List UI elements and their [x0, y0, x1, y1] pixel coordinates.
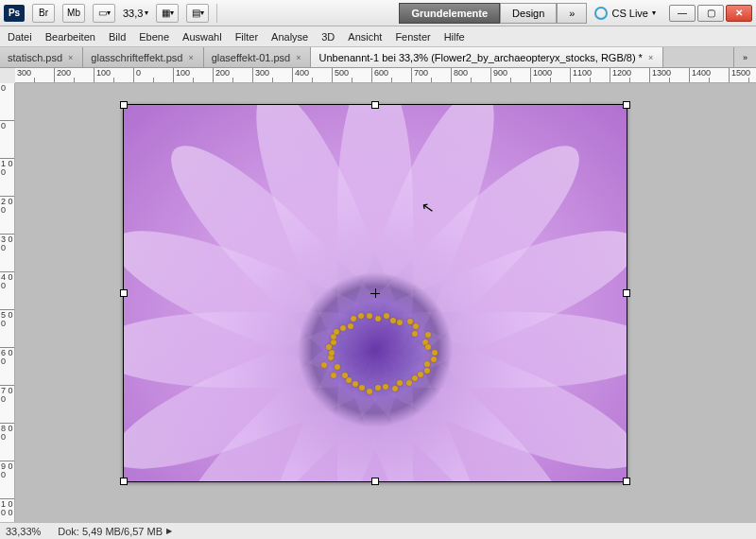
ruler-tick: 1100: [571, 68, 610, 82]
menu-ansicht[interactable]: Ansicht: [348, 31, 382, 43]
horizontal-ruler[interactable]: 3002001000100200300400500600700800900100…: [15, 68, 756, 83]
minimize-button[interactable]: —: [669, 5, 696, 22]
document-tabbar: statisch.psd× glasschrifteffekt.psd× gla…: [0, 47, 756, 68]
workspace-overflow[interactable]: »: [557, 3, 587, 24]
ruler-tick: 9 0 0: [0, 461, 14, 499]
ruler-tick: 800: [452, 68, 491, 82]
ruler-tick: 200: [214, 68, 253, 82]
app-logo: Ps: [4, 5, 25, 22]
document-tab[interactable]: glasschrifteffekt.psd×: [83, 47, 203, 67]
menu-3d[interactable]: 3D: [321, 31, 335, 43]
canvas-viewport[interactable]: ↖: [15, 83, 756, 522]
ruler-tick: 7 0 0: [0, 386, 14, 424]
titlebar: Ps Br Mb ▭▾ 33,3▾ ▦▾ ▤▾ Grundelemente De…: [0, 0, 756, 26]
ruler-tick: 3 0 0: [0, 235, 14, 272]
menu-hilfe[interactable]: Hilfe: [444, 31, 465, 43]
menu-bild[interactable]: Bild: [109, 31, 126, 43]
cs-live-icon: [594, 7, 608, 20]
close-button[interactable]: ✕: [726, 5, 752, 22]
close-icon[interactable]: ×: [296, 53, 301, 62]
ruler-tick: 100: [94, 68, 134, 82]
ruler-tick: 900: [491, 68, 531, 82]
canvas-image[interactable]: [123, 104, 627, 482]
ruler-tick: 1 0 0 0: [0, 499, 14, 522]
menu-analyse[interactable]: Analyse: [271, 31, 308, 43]
ruler-tick: 6 0 0: [0, 348, 14, 386]
tab-overflow-button[interactable]: »: [733, 47, 756, 67]
menu-bearbeiten[interactable]: Bearbeiten: [45, 31, 95, 43]
ruler-tick: 8 0 0: [0, 424, 14, 461]
ruler-tick: 400: [293, 68, 333, 82]
ruler-tick: 1300: [650, 68, 690, 82]
divider: [216, 4, 217, 23]
screen-mode-button[interactable]: ▭▾: [93, 4, 115, 23]
document-tab[interactable]: statisch.psd×: [0, 47, 83, 67]
ruler-tick: 1000: [531, 68, 571, 82]
extras-button[interactable]: ▤▾: [186, 4, 209, 23]
ruler-tick: 300: [15, 68, 55, 82]
ruler-tick: 600: [372, 68, 412, 82]
menu-auswahl[interactable]: Auswahl: [182, 31, 222, 43]
minibridge-button[interactable]: Mb: [62, 4, 85, 23]
menu-ebene[interactable]: Ebene: [139, 31, 169, 43]
ruler-tick: 1500: [730, 68, 756, 82]
cs-live-button[interactable]: CS Live▾: [587, 7, 663, 20]
ruler-tick: 500: [333, 68, 372, 82]
ruler-tick: 0: [0, 83, 14, 121]
ruler-tick: 2 0 0: [0, 197, 14, 235]
document-tab-active[interactable]: Unbenannt-1 bei 33,3% (Flower2_by_archae…: [311, 47, 663, 67]
workspace-essentials[interactable]: Grundelemente: [399, 3, 500, 24]
arrange-docs-button[interactable]: ▦▾: [156, 4, 179, 23]
menu-datei[interactable]: Datei: [8, 31, 32, 43]
vertical-ruler[interactable]: 001 0 02 0 03 0 04 0 05 0 06 0 07 0 08 0…: [0, 83, 15, 522]
close-icon[interactable]: ×: [188, 53, 193, 62]
zoom-selector[interactable]: 33,3▾: [123, 8, 148, 19]
chevron-right-icon[interactable]: ▶: [166, 527, 172, 535]
ruler-tick: 200: [55, 68, 94, 82]
document-tab[interactable]: glaseffekt-01.psd×: [204, 47, 312, 67]
doc-size-field[interactable]: Dok: 5,49 MB/6,57 MB▶: [58, 526, 172, 537]
workspace-design[interactable]: Design: [500, 3, 557, 24]
ruler-tick: 0: [134, 68, 174, 82]
statusbar: 33,33% Dok: 5,49 MB/6,57 MB▶: [0, 522, 756, 539]
ruler-tick: 300: [253, 68, 293, 82]
ruler-tick: 1200: [610, 68, 650, 82]
menu-fenster[interactable]: Fenster: [395, 31, 430, 43]
menubar: Datei Bearbeiten Bild Ebene Auswahl Filt…: [0, 26, 756, 47]
workspace-switcher: Grundelemente Design »: [399, 3, 587, 24]
ruler-tick: 4 0 0: [0, 272, 14, 310]
work-area: 001 0 02 0 03 0 04 0 05 0 06 0 07 0 08 0…: [0, 83, 756, 522]
ruler-tick: 700: [412, 68, 452, 82]
ruler-tick: 5 0 0: [0, 310, 14, 348]
close-icon[interactable]: ×: [68, 53, 73, 62]
ruler-tick: 100: [174, 68, 214, 82]
ruler-tick: 0: [0, 121, 14, 159]
bridge-button[interactable]: Br: [32, 4, 55, 23]
menu-filter[interactable]: Filter: [235, 31, 258, 43]
maximize-button[interactable]: ▢: [697, 5, 724, 22]
close-icon[interactable]: ×: [648, 53, 653, 62]
zoom-field[interactable]: 33,33%: [6, 526, 41, 537]
ruler-tick: 1400: [690, 68, 730, 82]
ruler-tick: 1 0 0: [0, 159, 14, 197]
